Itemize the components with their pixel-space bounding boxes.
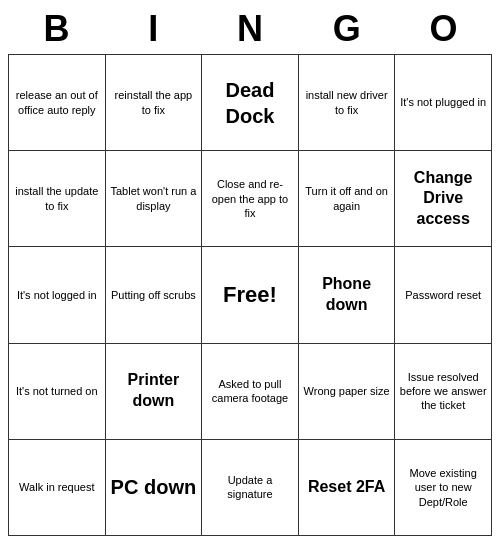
bingo-cell: It's not turned on (9, 344, 106, 440)
bingo-title: BINGO (8, 8, 492, 50)
bingo-cell: Printer down (106, 344, 203, 440)
bingo-letter: O (395, 8, 492, 50)
bingo-cell: Wrong paper size (299, 344, 396, 440)
bingo-cell: install the update to fix (9, 151, 106, 247)
bingo-cell: Free! (202, 247, 299, 343)
bingo-cell: Change Drive access (395, 151, 492, 247)
bingo-letter: N (202, 8, 299, 50)
bingo-cell: install new driver to fix (299, 55, 396, 151)
bingo-cell: Putting off scrubs (106, 247, 203, 343)
bingo-cell: It's not logged in (9, 247, 106, 343)
bingo-cell: Password reset (395, 247, 492, 343)
bingo-cell: Turn it off and on again (299, 151, 396, 247)
bingo-cell: PC down (106, 440, 203, 536)
bingo-cell: reinstall the app to fix (106, 55, 203, 151)
bingo-cell: It's not plugged in (395, 55, 492, 151)
bingo-cell: Walk in request (9, 440, 106, 536)
bingo-grid: release an out of office auto replyreins… (8, 54, 492, 536)
bingo-cell: release an out of office auto reply (9, 55, 106, 151)
bingo-letter: I (105, 8, 202, 50)
bingo-cell: Asked to pull camera footage (202, 344, 299, 440)
bingo-cell: Reset 2FA (299, 440, 396, 536)
bingo-letter: G (298, 8, 395, 50)
bingo-cell: Tablet won't run a display (106, 151, 203, 247)
bingo-cell: Issue resolved before we answer the tick… (395, 344, 492, 440)
bingo-cell: Close and re-open the app to fix (202, 151, 299, 247)
bingo-letter: B (8, 8, 105, 50)
bingo-cell: Phone down (299, 247, 396, 343)
bingo-cell: Update a signature (202, 440, 299, 536)
bingo-cell: Move existing user to new Dept/Role (395, 440, 492, 536)
bingo-cell: Dead Dock (202, 55, 299, 151)
